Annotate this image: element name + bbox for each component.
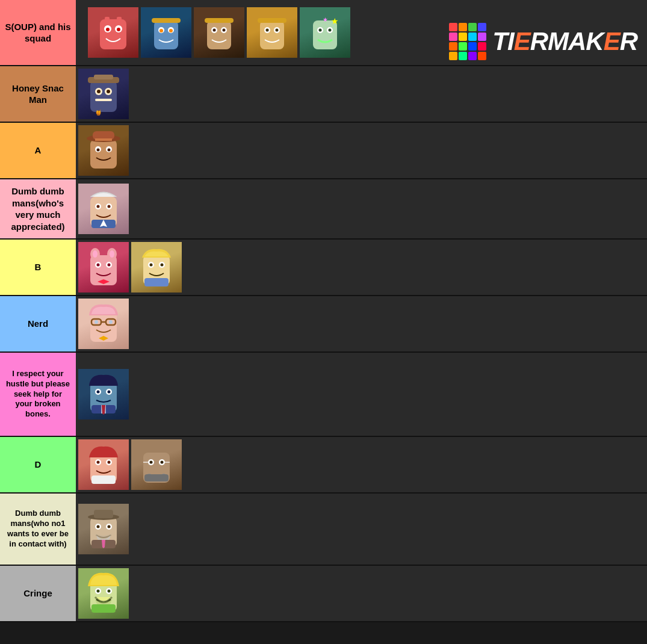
tier-cringe-content: [76, 566, 647, 621]
tier-image: [88, 7, 138, 58]
tier-row-dumb-good: Dumb dumb mans(who's very much appreciat…: [0, 179, 647, 240]
svg-point-59: [97, 264, 100, 267]
tier-row-dumb-bad: Dumb dumb mans(who no1 wants to ever be …: [0, 494, 647, 566]
svg-point-83: [108, 391, 111, 394]
svg-rect-5: [105, 17, 110, 20]
tier-row-honey: Honey Snac Man 🍯: [0, 66, 647, 123]
svg-point-60: [108, 264, 111, 267]
tier-dumb-bad-label: Dumb dumb mans(who no1 wants to ever be …: [0, 494, 76, 565]
svg-point-52: [97, 205, 100, 208]
svg-rect-101: [144, 474, 169, 481]
svg-point-70: [161, 264, 164, 267]
svg-point-3: [106, 28, 110, 31]
svg-text:★: ★: [323, 16, 328, 23]
svg-point-108: [108, 525, 111, 528]
svg-rect-41: [90, 140, 117, 169]
tier-d-content: [76, 437, 647, 492]
tier-image: [78, 369, 129, 420]
tiermaker-logo: TierMaker: [437, 23, 637, 60]
tier-row-respect: I respect your hustle but please seek he…: [0, 353, 647, 437]
svg-point-28: [319, 29, 322, 32]
tier-respect-label: I respect your hustle but please seek he…: [0, 353, 76, 436]
svg-rect-18: [205, 18, 234, 23]
tier-image: [131, 439, 182, 490]
tier-respect-content: [76, 353, 647, 436]
svg-point-16: [213, 29, 216, 32]
svg-rect-13: [207, 20, 231, 49]
svg-rect-12: [152, 18, 181, 23]
svg-point-65: [110, 250, 114, 258]
svg-point-36: [107, 90, 110, 93]
svg-rect-92: [91, 475, 116, 484]
svg-point-44: [97, 149, 100, 152]
tier-image: [247, 7, 297, 58]
svg-rect-39: [94, 75, 113, 79]
svg-point-64: [93, 250, 98, 258]
tier-image: [78, 242, 129, 293]
tier-dumb-bad-content: [76, 494, 647, 565]
tier-image: [78, 299, 129, 349]
tier-image: [78, 184, 129, 234]
svg-rect-118: [91, 604, 116, 613]
tier-a-label: A: [0, 123, 76, 178]
svg-rect-37: [95, 99, 112, 101]
svg-point-96: [150, 461, 153, 464]
svg-point-53: [108, 205, 111, 208]
svg-rect-32: [90, 81, 117, 112]
svg-point-69: [150, 264, 153, 267]
tier-b-label: B: [0, 240, 76, 295]
svg-text:★: ★: [331, 16, 339, 26]
svg-rect-19: [260, 20, 284, 49]
svg-point-91: [108, 461, 111, 464]
svg-rect-0: [100, 19, 126, 49]
svg-rect-110: [94, 510, 113, 518]
tier-row-b: B: [0, 240, 647, 296]
tier-nerd-content: [76, 296, 647, 351]
header-content: ★ ★: [76, 0, 647, 65]
svg-rect-47: [93, 131, 114, 140]
svg-rect-7: [154, 20, 178, 49]
svg-point-17: [223, 29, 226, 32]
tier-d-label: D: [0, 437, 76, 492]
tier-maker-app: S(OUP) and his squad: [0, 0, 647, 622]
svg-point-117: [108, 590, 111, 593]
tier-image: 🍯: [78, 69, 129, 119]
tier-image: [78, 568, 129, 619]
tier-image: [78, 125, 129, 176]
tier-row-cringe: Cringe: [0, 566, 647, 622]
tier-nerd-label: Nerd: [0, 296, 76, 351]
logo-grid-icon: [449, 23, 486, 60]
svg-point-23: [276, 29, 279, 32]
tier-honey-label: Honey Snac Man: [0, 66, 76, 122]
svg-point-22: [266, 29, 269, 32]
svg-point-11: [169, 29, 173, 33]
svg-point-90: [97, 461, 100, 464]
tier-b-content: [76, 240, 647, 295]
tier-row-d: D: [0, 437, 647, 494]
tiermaker-text: TierMaker: [492, 27, 637, 56]
tier-dumb-good-content: [76, 179, 647, 238]
svg-rect-48: [95, 138, 112, 141]
tier-row-a: A: [0, 123, 647, 179]
svg-point-29: [329, 29, 332, 32]
svg-point-77: [109, 320, 113, 324]
header-row: S(OUP) and his squad: [0, 0, 647, 66]
svg-point-116: [97, 590, 100, 593]
svg-rect-24: [258, 18, 286, 23]
svg-point-82: [97, 391, 100, 394]
tier-dumb-good-label: Dumb dumb mans(who's very much appreciat…: [0, 179, 76, 238]
svg-rect-71: [144, 278, 169, 286]
tier-honey-content: 🍯: [76, 66, 647, 122]
svg-point-10: [159, 29, 163, 33]
tier-image: [78, 504, 129, 554]
tier-image: [131, 242, 182, 293]
svg-point-97: [161, 461, 164, 464]
svg-text:🍯: 🍯: [95, 109, 102, 116]
tier-image: [194, 7, 244, 58]
svg-point-107: [97, 525, 100, 528]
tier-image: [78, 439, 129, 490]
svg-point-35: [97, 90, 101, 93]
tier-image: [141, 7, 191, 58]
svg-point-4: [117, 28, 120, 31]
tier-s-label: S(OUP) and his squad: [0, 0, 76, 65]
